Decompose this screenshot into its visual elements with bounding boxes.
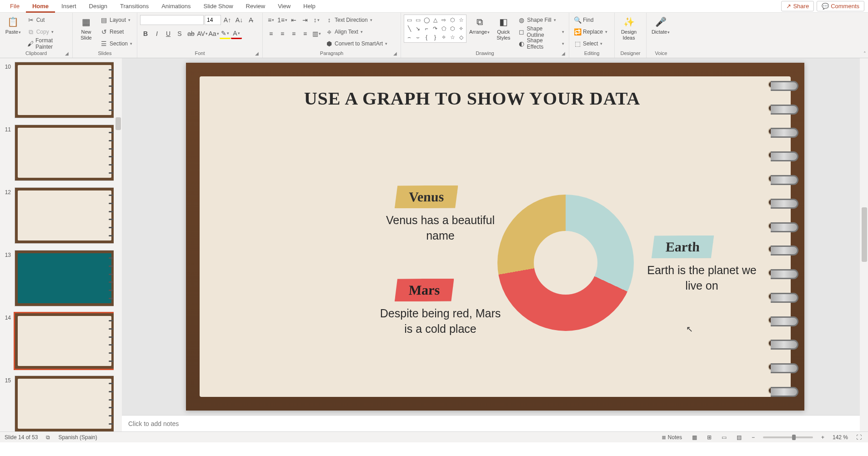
change-case-button[interactable]: Aa▾ — [208, 28, 219, 39]
shadow-button[interactable]: S — [174, 28, 185, 39]
comments-button[interactable]: 💬Comments — [817, 1, 864, 11]
venus-description[interactable]: Venus has a beautiful name — [377, 213, 504, 244]
design-ideas-button[interactable]: ✨Design Ideas — [617, 15, 640, 41]
convert-smartart-button[interactable]: ⬢Convert to SmartArt▾ — [324, 38, 389, 49]
increase-font-button[interactable]: A↑ — [222, 15, 233, 25]
drawing-dialog-launcher[interactable]: ◢ — [562, 51, 565, 56]
slide-thumbnail-10[interactable] — [15, 62, 115, 118]
zoom-slider[interactable] — [763, 436, 813, 438]
venus-tape-label[interactable]: Venus — [394, 185, 458, 209]
mars-description[interactable]: Despite being red, Mars is a cold place — [377, 306, 504, 337]
slide-thumbnail-11[interactable] — [15, 125, 115, 181]
slide-title[interactable]: USE A GRAPH TO SHOW YOUR DATA — [186, 88, 759, 109]
collapse-ribbon-button[interactable]: ˄ — [863, 51, 866, 57]
tab-file[interactable]: File — [4, 0, 26, 13]
new-slide-button[interactable]: ▦ New Slide — [75, 15, 97, 41]
share-button[interactable]: ↗Share — [781, 1, 814, 11]
zoom-in-button[interactable]: + — [819, 434, 826, 441]
copy-icon: ⧉ — [27, 28, 35, 35]
align-center-button[interactable]: ≡ — [277, 28, 288, 39]
reading-view-button[interactable]: ▭ — [720, 434, 728, 441]
notes-pane[interactable] — [122, 415, 860, 431]
slideshow-view-button[interactable]: ▤ — [735, 434, 743, 441]
zoom-level[interactable]: 142 % — [833, 434, 848, 441]
font-dialog-launcher[interactable]: ◢ — [255, 51, 259, 56]
increase-indent-button[interactable]: ⇥ — [300, 15, 311, 25]
tab-home[interactable]: Home — [26, 0, 55, 13]
strikethrough-button[interactable]: ab — [186, 28, 196, 39]
sorter-view-button[interactable]: ⊞ — [705, 434, 713, 441]
highlight-button[interactable]: ✎▾ — [220, 28, 231, 39]
tab-slideshow[interactable]: Slide Show — [197, 0, 239, 13]
replace-button[interactable]: 🔁Replace▾ — [572, 26, 609, 37]
font-size-input[interactable] — [205, 15, 221, 25]
section-button[interactable]: ☰Section▾ — [99, 38, 134, 49]
thumbnails-scrollbar[interactable] — [114, 58, 122, 431]
clear-formatting-button[interactable]: A̶ — [246, 15, 256, 25]
shape-fill-button[interactable]: ◍Shape Fill▾ — [516, 15, 566, 25]
arrange-button[interactable]: ⧉Arrange▾ — [468, 15, 491, 36]
decrease-font-button[interactable]: A↓ — [234, 15, 245, 25]
align-left-button[interactable]: ≡ — [266, 28, 276, 39]
slide-thumbnails-panel[interactable]: 10 11 12 13 14 15 16 — [0, 58, 122, 431]
align-text-button[interactable]: ⎆Align Text▾ — [324, 26, 389, 37]
paste-button[interactable]: 📋 Paste▾ — [3, 15, 24, 36]
tab-view[interactable]: View — [271, 0, 297, 13]
quick-styles-button[interactable]: ◧Quick Styles — [492, 15, 514, 41]
group-label-slides: Slides — [75, 50, 134, 56]
earth-description[interactable]: Earth is the planet we live on — [638, 263, 766, 294]
fit-to-window-button[interactable]: ⛶ — [854, 434, 863, 441]
tab-review[interactable]: Review — [240, 0, 272, 13]
tab-design[interactable]: Design — [83, 0, 114, 13]
effects-icon: ◐ — [518, 40, 525, 47]
align-right-button[interactable]: ≡ — [288, 28, 299, 39]
decrease-indent-button[interactable]: ⇤ — [288, 15, 299, 25]
font-color-button[interactable]: A▾ — [231, 28, 242, 39]
line-spacing-button[interactable]: ↕▾ — [311, 15, 322, 25]
shape-outline-button[interactable]: ◻Shape Outline▾ — [516, 26, 566, 37]
font-name-input[interactable] — [140, 15, 204, 25]
normal-view-button[interactable]: ▦ — [690, 434, 699, 441]
bold-button[interactable]: B — [140, 28, 151, 39]
numbering-button[interactable]: 1≡▾ — [277, 15, 288, 25]
copy-button[interactable]: ⧉Copy▾ — [25, 26, 70, 37]
layout-button[interactable]: ▤Layout▾ — [99, 15, 134, 25]
donut-chart[interactable] — [497, 195, 634, 331]
paragraph-dialog-launcher[interactable]: ◢ — [393, 51, 397, 56]
earth-tape-label[interactable]: Earth — [651, 236, 713, 259]
slide-thumbnail-14[interactable] — [15, 313, 115, 369]
shapes-gallery[interactable]: ▭▭◯△⇨⬡☆ ╲↘⌐↷⬠⬡✧ ⌢⌣{}✧☆◇ — [404, 15, 467, 43]
zoom-out-button[interactable]: − — [750, 434, 757, 441]
tab-transitions[interactable]: Transitions — [114, 0, 155, 13]
format-painter-button[interactable]: 🖌Format Painter — [25, 38, 70, 49]
justify-button[interactable]: ≡ — [300, 28, 311, 39]
tab-animations[interactable]: Animations — [155, 0, 197, 13]
thumb-number: 10 — [5, 64, 15, 70]
reset-button[interactable]: ↺Reset — [99, 26, 134, 37]
status-accessibility[interactable]: ⧉ — [44, 434, 52, 441]
dictate-button[interactable]: 🎤Dictate▾ — [649, 15, 672, 36]
slide-canvas[interactable]: USE A GRAPH TO SHOW YOUR DATA Venus Venu… — [186, 63, 804, 411]
spacing-button[interactable]: AV▾ — [197, 28, 208, 39]
status-language[interactable]: Spanish (Spain) — [58, 434, 97, 441]
clipboard-dialog-launcher[interactable]: ◢ — [65, 51, 69, 56]
notes-input[interactable] — [122, 416, 860, 431]
find-button[interactable]: 🔍Find — [572, 15, 609, 25]
share-icon: ↗ — [786, 3, 791, 10]
text-direction-button[interactable]: ↕Text Direction▾ — [324, 15, 389, 25]
cut-button[interactable]: ✂Cut — [25, 15, 70, 25]
columns-button[interactable]: ▥▾ — [311, 28, 322, 39]
slide-thumbnail-15[interactable] — [15, 376, 115, 431]
select-button[interactable]: ⬚Select▾ — [572, 38, 609, 49]
bullets-button[interactable]: ≡▾ — [266, 15, 276, 25]
canvas-scrollbar[interactable] — [860, 58, 868, 431]
tab-insert[interactable]: Insert — [55, 0, 83, 13]
italic-button[interactable]: I — [151, 28, 162, 39]
shape-effects-button[interactable]: ◐Shape Effects▾ — [516, 38, 566, 49]
slide-thumbnail-12[interactable] — [15, 187, 115, 244]
notes-toggle-button[interactable]: ≣ Notes — [660, 434, 684, 441]
underline-button[interactable]: U — [163, 28, 174, 39]
tab-help[interactable]: Help — [297, 0, 322, 13]
slide-thumbnail-13[interactable] — [15, 250, 115, 306]
mars-tape-label[interactable]: Mars — [394, 279, 454, 302]
